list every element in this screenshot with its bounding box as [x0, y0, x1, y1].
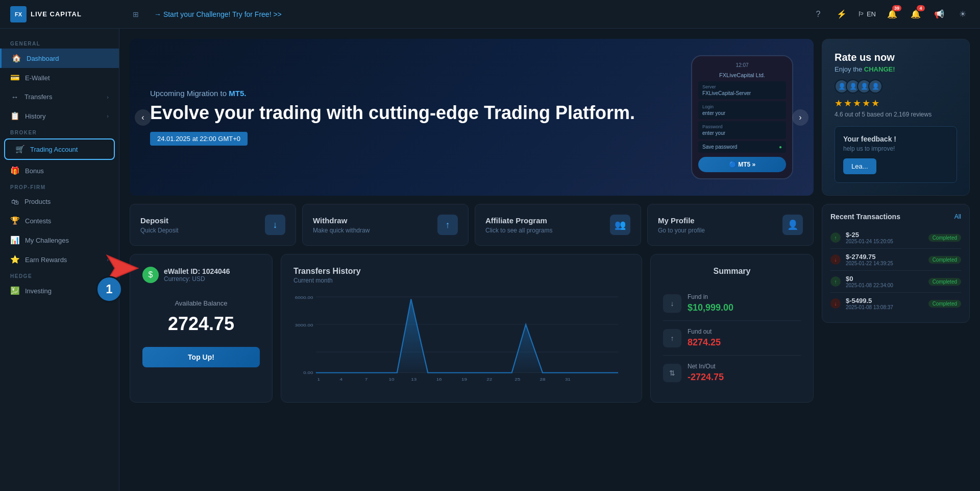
svg-text:1: 1: [317, 377, 320, 382]
sidebar-item-bonus[interactable]: 🎁 Bonus: [0, 161, 119, 180]
phone-mt5-button[interactable]: 🔵 MT5 »: [698, 157, 786, 172]
sidebar-item-transfers-label: Transfers: [24, 93, 52, 101]
qa-withdraw-text: Withdraw Make quick withdraw: [313, 216, 370, 234]
sidebar-item-contests[interactable]: 🏆 Contests: [0, 211, 119, 230]
banner-phone: 12:07 FXLiveCapital Ltd. Server FXLiveCa…: [691, 55, 793, 179]
sidebar-item-my-challenges[interactable]: 📊 My Challenges: [0, 230, 119, 250]
tx-arrow-up-3: ↑: [830, 276, 841, 287]
qa-affiliate-subtitle: Click to see all programs: [485, 227, 552, 234]
logo-icon: FX: [10, 6, 27, 22]
fund-out-value: 8274.25: [688, 337, 721, 347]
grid-icon[interactable]: ⊞: [128, 6, 144, 22]
sidebar-item-bonus-label: Bonus: [25, 167, 44, 175]
tx-item-1: ↑ $-25 2025-01-24 15:20:05 Completed: [830, 227, 961, 249]
quick-action-deposit[interactable]: Deposit Quick Deposit ↓: [130, 204, 296, 246]
tx-item-2: ↓ $-2749.75 2025-01-22 14:39:25 Complete…: [830, 249, 961, 271]
chart-subtitle: Current month: [293, 277, 629, 284]
products-icon: 🛍: [10, 197, 19, 206]
tx-item-4: ↓ $-5499.5 2025-01-08 13:08:37 Completed: [830, 293, 961, 314]
topbar: FX LIVE CAPITAL ⊞ → Start your Challenge…: [0, 0, 980, 29]
tx-status-2: Completed: [928, 256, 961, 264]
sidebar-item-earn-rewards[interactable]: ⭐ Earn Rewards ›: [0, 250, 119, 269]
feedback-box: Your feedback ! help us to improve! Lea.…: [835, 126, 957, 183]
compass-icon[interactable]: ⚡: [835, 7, 849, 21]
main-content: ‹ Upcoming Migration to MT5. Evolve your…: [119, 29, 980, 491]
balance-label: Available Balance: [175, 299, 227, 307]
phone-save-field: Save password ●: [698, 141, 786, 153]
announcements-icon[interactable]: 📢: [932, 7, 946, 21]
summary-title: Summary: [663, 267, 801, 276]
qa-deposit-subtitle: Quick Deposit: [140, 227, 179, 234]
quick-action-profile[interactable]: My Profile Go to your profile 👤: [647, 204, 814, 246]
alerts-icon[interactable]: 🔔 4: [909, 7, 923, 21]
banner-title: Evolve your trading with cutting-edge Tr…: [150, 102, 635, 124]
history-icon: 📋: [10, 111, 20, 121]
banner-content: Upcoming Migration to MT5. Evolve your t…: [150, 89, 635, 146]
net-label: Net In/Out: [688, 363, 801, 370]
banner-prev-button[interactable]: ‹: [135, 109, 151, 126]
sidebar-item-products[interactable]: 🛍 Products: [0, 192, 119, 211]
svg-marker-8: [316, 299, 618, 373]
tx-info-2: $-2749.75 2025-01-22 14:39:25: [846, 253, 923, 266]
fund-in-value: $10,999.00: [688, 302, 733, 313]
sidebar-item-trading-account[interactable]: 🛒 Trading Account: [4, 138, 115, 160]
sidebar-item-history[interactable]: 📋 History ›: [0, 106, 119, 126]
svg-text:3000.00: 3000.00: [295, 322, 313, 327]
sidebar-item-history-label: History: [25, 112, 45, 120]
qa-affiliate-title: Affiliate Program: [485, 216, 552, 225]
ewallet-dot-icon: $: [142, 267, 159, 283]
svg-text:4: 4: [339, 377, 342, 382]
recent-tx-title: Recent Transactions: [830, 213, 900, 221]
qa-withdraw-title: Withdraw: [313, 216, 370, 225]
fund-in-label: Fund in: [688, 293, 801, 300]
tx-amount-3: $0: [846, 275, 923, 283]
sidebar-item-ewallet[interactable]: 💳 E-Wallet: [0, 68, 119, 87]
svg-text:16: 16: [436, 377, 442, 382]
all-transactions-button[interactable]: All: [954, 213, 961, 220]
qa-deposit-text: Deposit Quick Deposit: [140, 216, 179, 234]
banner-next-button[interactable]: ›: [792, 109, 808, 126]
ewallet-card: $ eWallet ID: 1024046 Currency: USD Avai…: [130, 254, 273, 403]
sidebar-item-rewards-label: Earn Rewards: [25, 256, 67, 264]
quick-action-affiliate[interactable]: Affiliate Program Click to see all progr…: [475, 204, 641, 246]
summary-fund-out: ↑ Fund out 8274.25: [663, 321, 801, 356]
topup-button[interactable]: Top Up!: [142, 347, 260, 367]
learn-button[interactable]: Lea...: [843, 158, 876, 174]
sidebar-item-investing-label: Investing: [25, 287, 52, 295]
sidebar-broker-label: BROKER: [0, 126, 119, 137]
theme-icon[interactable]: ☀: [955, 7, 970, 21]
fund-out-info: Fund out 8274.25: [688, 328, 801, 348]
svg-text:13: 13: [411, 377, 416, 382]
rewards-icon: ⭐: [10, 255, 20, 264]
net-value: -2724.75: [688, 372, 724, 382]
investing-icon: 💹: [10, 286, 20, 295]
svg-text:22: 22: [486, 377, 492, 382]
tx-date-2: 2025-01-22 14:39:25: [846, 261, 923, 266]
bonus-icon: 🎁: [10, 166, 20, 175]
tx-amount-2: $-2749.75: [846, 253, 923, 261]
quick-action-withdraw[interactable]: Withdraw Make quick withdraw ↑: [302, 204, 469, 246]
bottom-row: $ eWallet ID: 1024046 Currency: USD Avai…: [130, 254, 814, 403]
sidebar-item-transfers[interactable]: ↔ Transfers ›: [0, 87, 119, 106]
qa-profile-text: My Profile Go to your profile: [658, 216, 705, 234]
ewallet-id-info: eWallet ID: 1024046 Currency: USD: [164, 267, 230, 283]
logo[interactable]: FX LIVE CAPITAL: [10, 6, 128, 22]
svg-text:0.00: 0.00: [303, 370, 313, 375]
phone-password-field: Password enter your: [698, 121, 786, 139]
tx-status-1: Completed: [928, 234, 961, 242]
notifications-icon[interactable]: 🔔 39: [885, 7, 899, 21]
tx-info-1: $-25 2025-01-24 15:20:05: [846, 231, 923, 244]
svg-text:19: 19: [461, 377, 467, 382]
language-selector[interactable]: 🏳 EN: [858, 10, 876, 18]
sidebar-item-dashboard[interactable]: 🏠 Dashboard: [0, 49, 119, 68]
deposit-icon: ↓: [265, 215, 285, 235]
tx-status-3: Completed: [928, 278, 961, 286]
rate-subtitle: Enjoy the CHANGE!: [835, 65, 957, 73]
trading-icon: 🛒: [15, 145, 25, 154]
help-icon[interactable]: ?: [811, 7, 825, 21]
topbar-actions: ? ⚡ 🏳 EN 🔔 39 🔔 4 📢 ☀: [811, 7, 970, 21]
chart-card: Transfers History Current month 6000.00 …: [281, 254, 642, 403]
step-number-badge: 1: [96, 276, 122, 302]
promo-banner[interactable]: → Start your Challenge! Try for Free! >>: [154, 10, 811, 18]
profile-icon: 👤: [782, 215, 803, 235]
